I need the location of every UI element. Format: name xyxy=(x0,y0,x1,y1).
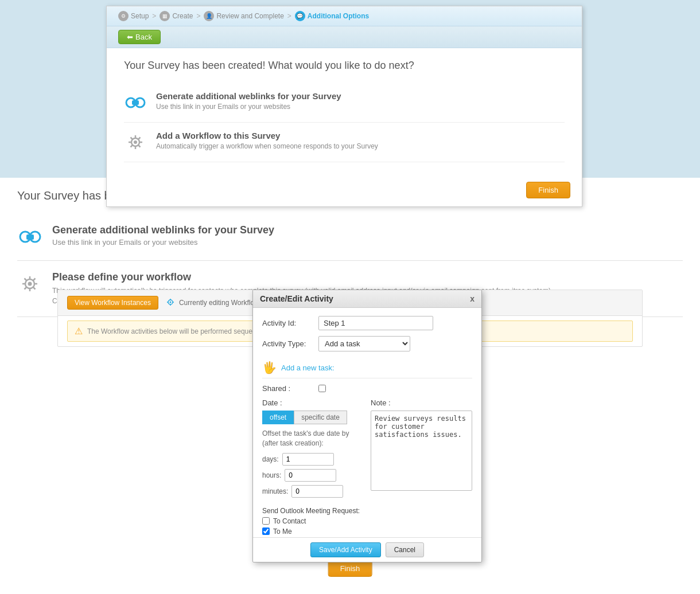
svg-line-10 xyxy=(138,145,141,147)
add-task-label[interactable]: Add a new task: xyxy=(281,364,335,372)
arrow-3: > xyxy=(287,12,291,20)
svg-point-27 xyxy=(169,301,171,303)
hours-label: hours: xyxy=(262,471,281,479)
back-bar: ⬅ Back xyxy=(107,26,582,48)
activity-id-row: Activity Id: xyxy=(262,316,472,330)
main-finish-button[interactable]: Finish xyxy=(328,560,372,577)
gear-editing-icon xyxy=(165,297,176,309)
top-survey-created-text: Your Survey has been created! What would… xyxy=(124,60,565,72)
activity-type-row: Activity Type: Add a task Send Email Upd… xyxy=(262,336,472,351)
top-option-2-text: Add a Workflow to this Survey Automatica… xyxy=(156,131,378,150)
date-section: Date : offset specific date Offset the t… xyxy=(262,398,364,501)
main-option-1-text: Generate additional weblinks for your Su… xyxy=(52,224,274,247)
back-label: Back xyxy=(135,33,152,41)
main-chains-icon xyxy=(17,224,43,250)
date-note-row: Date : offset specific date Offset the t… xyxy=(262,398,472,501)
to-me-checkbox[interactable] xyxy=(262,527,270,535)
chains-icon xyxy=(124,91,147,114)
svg-line-23 xyxy=(33,287,36,290)
modal-close-button[interactable]: x xyxy=(470,294,475,303)
top-option-1-text: Generate additional weblinks for your Su… xyxy=(156,91,341,111)
notice-icon: ⚠ xyxy=(75,326,83,337)
additional-icon: 💬 xyxy=(295,11,305,21)
to-contact-label: To Contact xyxy=(273,517,306,525)
main-option-1: Generate additional weblinks for your Su… xyxy=(17,214,683,261)
outlook-section: Send Outlook Meeting Request: To Contact… xyxy=(262,507,472,536)
minutes-input[interactable] xyxy=(291,485,343,498)
to-me-row: To Me xyxy=(262,527,472,536)
gear-small-icon xyxy=(124,131,147,154)
top-window-content: Your Survey has been created! What would… xyxy=(107,48,582,174)
hours-row: hours: xyxy=(262,469,364,482)
note-textarea[interactable]: Review surveys results for customer sati… xyxy=(371,411,472,491)
editing-label: Currently editing Workflow: xyxy=(179,299,261,307)
arrow-1: > xyxy=(152,12,156,20)
setup-icon: ⚙ xyxy=(118,11,129,21)
add-task-icon: 🖐 xyxy=(262,361,277,374)
svg-line-12 xyxy=(131,145,133,147)
activity-type-label: Activity Type: xyxy=(262,339,314,348)
hours-input[interactable] xyxy=(285,469,336,482)
top-finish-bar: Finish xyxy=(107,174,582,206)
date-tabs: offset specific date xyxy=(262,411,364,424)
review-label: Review and Complete xyxy=(216,12,283,20)
date-label: Date : xyxy=(262,398,364,407)
top-option-1: Generate additional weblinks for your Su… xyxy=(124,83,565,123)
activity-id-label: Activity Id: xyxy=(262,319,314,327)
shared-label: Shared : xyxy=(262,384,314,393)
minutes-row: minutes: xyxy=(262,485,364,498)
top-survey-window: ⚙ Setup > ▦ Create > 👤 Review and Comple… xyxy=(106,6,582,207)
additional-label: Additional Options xyxy=(308,12,369,20)
main-option-1-sub: Use this link in your Emails or your web… xyxy=(52,238,274,247)
back-button[interactable]: ⬅ Back xyxy=(118,30,161,44)
svg-rect-15 xyxy=(26,235,34,240)
review-icon: 👤 xyxy=(204,11,214,21)
days-row: days: xyxy=(262,453,364,466)
save-add-activity-button[interactable]: Save/Add Activity xyxy=(310,542,381,557)
shared-checkbox[interactable] xyxy=(318,385,326,392)
modal-title-bar: Create/Edit Activity x xyxy=(253,290,481,308)
modal-footer: Save/Add Activity Cancel xyxy=(253,537,481,562)
wizard-bar: ⚙ Setup > ▦ Create > 👤 Review and Comple… xyxy=(107,6,582,26)
shared-row: Shared : xyxy=(262,384,472,393)
svg-line-9 xyxy=(131,138,133,140)
modal-body: Activity Id: Activity Type: Add a task S… xyxy=(253,308,481,537)
outlook-title: Send Outlook Meeting Request: xyxy=(262,507,472,515)
modal-title: Create/Edit Activity xyxy=(260,294,333,303)
arrow-2: > xyxy=(196,12,200,20)
note-section: Note : Review surveys results for custom… xyxy=(371,398,472,501)
svg-line-22 xyxy=(25,279,27,281)
to-contact-row: To Contact xyxy=(262,517,472,525)
top-option-2-title: Add a Workflow to this Survey xyxy=(156,131,378,140)
wizard-step-setup: ⚙ Setup xyxy=(118,11,149,21)
main-finish-bar: Finish xyxy=(328,560,372,577)
offset-description: Offset the task's due date by (after tas… xyxy=(262,429,364,448)
svg-point-4 xyxy=(134,140,137,144)
svg-point-17 xyxy=(28,282,32,286)
svg-line-11 xyxy=(138,138,141,140)
days-input[interactable] xyxy=(282,453,334,466)
main-option-1-title: Generate additional weblinks for your Su… xyxy=(52,224,274,236)
days-label: days: xyxy=(262,455,279,463)
view-instances-button[interactable]: View Workflow Instances xyxy=(67,296,158,310)
svg-line-25 xyxy=(25,287,27,290)
create-icon: ▦ xyxy=(160,11,170,21)
cancel-button[interactable]: Cancel xyxy=(386,542,424,557)
specific-date-tab[interactable]: specific date xyxy=(294,411,347,424)
add-task-row: 🖐 Add a new task: xyxy=(262,357,472,378)
activity-id-input[interactable] xyxy=(318,316,433,330)
svg-line-24 xyxy=(33,279,36,281)
back-arrow-icon: ⬅ xyxy=(127,33,133,41)
to-contact-checkbox[interactable] xyxy=(262,517,270,525)
setup-label: Setup xyxy=(131,12,149,20)
top-finish-button[interactable]: Finish xyxy=(526,182,570,198)
minutes-label: minutes: xyxy=(262,487,288,495)
workflow-gear-icon xyxy=(17,271,43,297)
activity-type-select[interactable]: Add a task Send Email Update Record xyxy=(318,336,410,351)
wizard-step-additional: 💬 Additional Options xyxy=(295,11,369,21)
to-me-label: To Me xyxy=(273,527,292,536)
wizard-step-create: ▦ Create xyxy=(160,11,193,21)
offset-tab[interactable]: offset xyxy=(262,411,294,424)
top-option-2: Add a Workflow to this Survey Automatica… xyxy=(124,123,565,162)
create-label: Create xyxy=(172,12,193,20)
